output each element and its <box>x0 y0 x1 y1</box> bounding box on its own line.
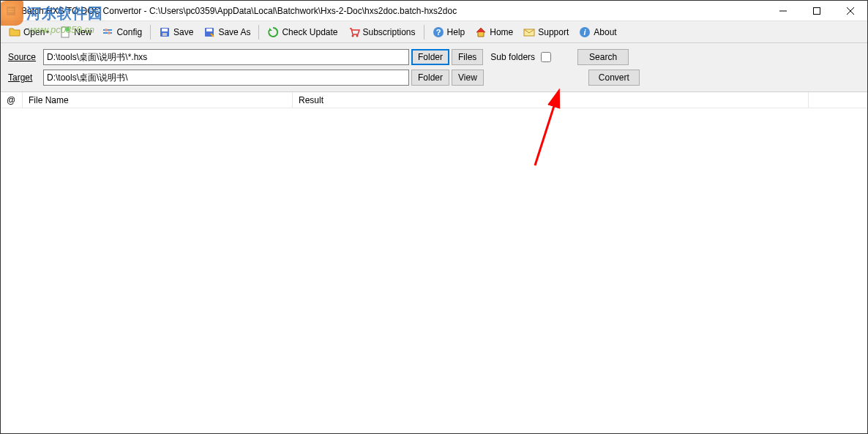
app-icon <box>5 5 17 17</box>
target-label: Target <box>8 72 40 83</box>
home-icon <box>475 26 487 38</box>
home-label: Home <box>490 27 513 37</box>
save-label: Save <box>173 27 193 37</box>
envelope-icon <box>523 26 535 38</box>
help-icon: ? <box>433 26 444 38</box>
info-icon: i <box>579 26 591 38</box>
gear-icon <box>102 26 113 38</box>
open-folder-icon <box>9 26 20 38</box>
config-button[interactable]: Config <box>97 23 146 41</box>
svg-rect-2 <box>8 11 14 12</box>
svg-rect-14 <box>162 29 168 31</box>
svg-point-18 <box>351 34 353 37</box>
refresh-icon <box>267 26 279 38</box>
save-as-label: Save As <box>218 27 250 37</box>
form-area: Source Folder Files Sub folders Search T… <box>1 43 867 92</box>
support-label: Support <box>538 27 569 37</box>
svg-rect-4 <box>814 7 820 14</box>
target-view-button[interactable]: View <box>452 70 484 86</box>
check-update-label: Check Update <box>282 27 337 37</box>
open-label: Open <box>23 27 45 37</box>
save-as-icon <box>203 26 215 38</box>
source-folder-button[interactable]: Folder <box>411 49 449 65</box>
source-input[interactable] <box>43 49 409 65</box>
home-button[interactable]: Home <box>471 23 517 41</box>
close-button[interactable] <box>834 1 867 21</box>
source-label: Source <box>8 52 40 62</box>
target-input[interactable] <box>43 70 409 86</box>
col-filename[interactable]: File Name <box>23 92 293 108</box>
minimize-button[interactable] <box>766 1 800 21</box>
new-label: New <box>74 27 91 37</box>
cart-icon <box>348 26 360 38</box>
new-doc-icon <box>59 26 71 38</box>
about-label: About <box>594 27 616 37</box>
toolbar-separator <box>424 25 424 40</box>
svg-point-12 <box>108 31 111 34</box>
convert-button[interactable]: Convert <box>588 70 640 86</box>
subscriptions-button[interactable]: Subscriptions <box>344 23 420 41</box>
svg-rect-15 <box>162 33 167 36</box>
subscriptions-label: Subscriptions <box>363 27 416 37</box>
svg-point-8 <box>65 27 70 31</box>
svg-rect-1 <box>8 9 14 10</box>
new-button[interactable]: New <box>55 23 96 41</box>
target-folder-button[interactable]: Folder <box>411 70 449 86</box>
support-button[interactable]: Support <box>519 23 573 41</box>
save-as-button[interactable]: Save As <box>199 23 255 41</box>
save-icon <box>159 26 171 38</box>
svg-point-19 <box>356 34 358 37</box>
help-button[interactable]: ? Help <box>428 23 470 41</box>
help-label: Help <box>447 27 465 37</box>
save-button[interactable]: Save <box>154 23 198 41</box>
search-button[interactable]: Search <box>577 49 629 65</box>
subfolders-checkbox[interactable] <box>541 52 551 62</box>
source-files-button[interactable]: Files <box>452 49 483 65</box>
svg-rect-17 <box>206 29 212 31</box>
chevron-down-icon: ▾ <box>46 29 49 35</box>
col-at[interactable]: @ <box>1 92 23 108</box>
maximize-button[interactable] <box>800 1 834 21</box>
subfolders-label: Sub folders <box>490 52 535 62</box>
about-button[interactable]: i About <box>575 23 621 41</box>
col-result[interactable]: Result <box>293 92 809 108</box>
table-header: @ File Name Result <box>1 92 867 108</box>
svg-text:?: ? <box>435 28 441 37</box>
check-update-button[interactable]: Check Update <box>263 23 342 41</box>
titlebar: Batch HXS TO DOC Convertor - C:\Users\pc… <box>1 1 867 21</box>
toolbar: Open ▾ New Config Save Save As Check Upd… <box>1 21 867 43</box>
col-spacer[interactable] <box>809 92 867 108</box>
config-label: Config <box>116 27 142 37</box>
toolbar-separator <box>150 25 151 40</box>
window-title: Batch HXS TO DOC Convertor - C:\Users\pc… <box>21 6 766 16</box>
svg-point-11 <box>105 29 108 31</box>
open-button[interactable]: Open ▾ <box>4 23 53 41</box>
toolbar-separator <box>258 25 259 40</box>
